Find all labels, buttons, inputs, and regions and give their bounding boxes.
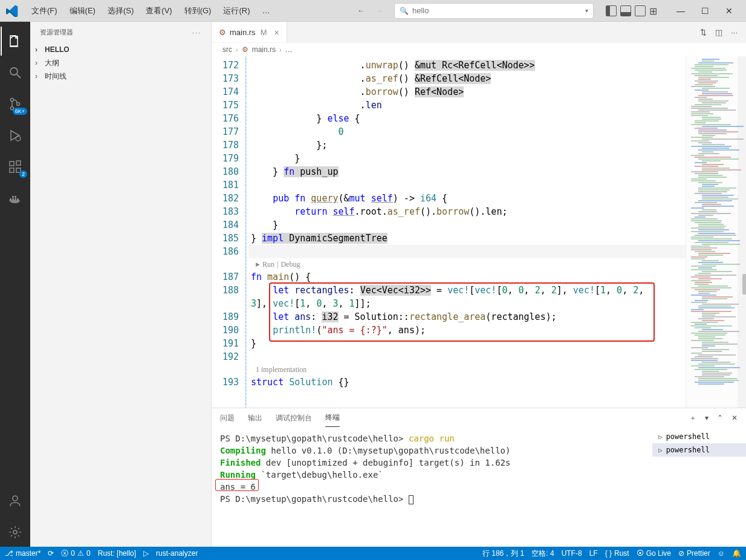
explorer-more-icon[interactable]: ··· — [192, 29, 201, 36]
menu-select[interactable]: 选择(S) — [103, 3, 138, 19]
status-run-icon[interactable]: ▷ — [143, 549, 149, 558]
terminal-output[interactable]: PS D:\mysetup\gopath\rustcode\hello> car… — [212, 428, 652, 547]
menu-file[interactable]: 文件(F) — [27, 3, 62, 19]
status-cursor-position[interactable]: 行 186，列 1 — [482, 549, 524, 559]
status-bar: ⎇master* ⟳ ⓧ0 ⚠0 Rust: [hello] ▷ rust-an… — [0, 547, 746, 560]
extensions-badge: 2 — [19, 171, 27, 178]
menu-run[interactable]: 运行(R) — [218, 3, 255, 19]
menu-goto[interactable]: 转到(G) — [180, 3, 216, 19]
prettier-icon: ⊘ — [678, 549, 684, 558]
codelens-implementations[interactable]: 1 implementation — [248, 363, 686, 376]
layout-customize-icon[interactable]: ⊞ — [649, 5, 660, 16]
command-center-search[interactable]: 🔍 hello ▾ — [394, 3, 594, 19]
svg-point-2 — [11, 99, 14, 102]
status-encoding[interactable]: UTF-8 — [562, 549, 582, 558]
search-text: hello — [412, 6, 429, 15]
status-language[interactable]: { }Rust — [605, 549, 629, 558]
status-problems[interactable]: ⓧ0 ⚠0 — [61, 549, 90, 559]
vscode-logo-icon — [5, 4, 19, 18]
close-panel-icon[interactable]: ✕ — [731, 414, 738, 422]
menu-more[interactable]: … — [257, 4, 274, 18]
svg-rect-9 — [16, 161, 21, 165]
svg-point-10 — [13, 496, 18, 501]
warning-icon: ⚠ — [77, 549, 84, 558]
tab-main-rs[interactable]: ⚙ main.rs M × — [212, 22, 287, 43]
activity-extensions-icon[interactable]: 2 — [1, 152, 30, 181]
activity-account-icon[interactable] — [1, 486, 30, 515]
folder-hello[interactable]: › HELLO — [30, 43, 211, 56]
code-content[interactable]: .unwrap() &mut Rc<RefCell<Node>> .as_ref… — [248, 56, 686, 408]
maximize-panel-icon[interactable]: ⌃ — [717, 414, 723, 422]
explorer-title: 资源管理器 — [40, 28, 73, 37]
minimap[interactable] — [686, 56, 746, 408]
minimap-viewport[interactable] — [742, 274, 746, 295]
panel-tab-problems[interactable]: 问题 — [220, 409, 235, 427]
status-eol[interactable]: LF — [589, 549, 598, 558]
compare-changes-icon[interactable]: ⇅ — [700, 28, 707, 37]
chevron-right-icon: › — [35, 59, 42, 67]
status-indentation[interactable]: 空格: 4 — [531, 549, 554, 559]
outline-section[interactable]: › 大纲 — [30, 56, 211, 70]
new-terminal-icon[interactable]: ＋ — [689, 413, 696, 423]
nav-forward-icon[interactable]: → — [372, 4, 386, 18]
more-actions-icon[interactable]: ··· — [731, 28, 738, 37]
nav-back-icon[interactable]: ← — [354, 4, 368, 18]
svg-line-1 — [17, 74, 21, 78]
chevron-down-icon: ▾ — [585, 7, 588, 14]
panel-tab-output[interactable]: 输出 — [248, 409, 262, 427]
status-feedback-icon[interactable]: ☺ — [718, 549, 725, 558]
terminal-dropdown-icon[interactable]: ▾ — [705, 414, 709, 422]
play-icon: ▶ — [256, 261, 260, 267]
timeline-section[interactable]: › 时间线 — [30, 70, 211, 83]
menu-view[interactable]: 查看(V) — [141, 3, 177, 19]
activity-settings-icon[interactable] — [1, 518, 30, 547]
codelens-run-debug[interactable]: ▶Run | Debug — [248, 258, 686, 270]
status-rust-project[interactable]: Rust: [hello] — [98, 549, 136, 558]
svg-point-11 — [13, 530, 17, 534]
activity-explorer-icon[interactable] — [1, 27, 30, 56]
menu-edit[interactable]: 编辑(E) — [65, 3, 100, 19]
svg-point-5 — [16, 136, 21, 141]
terminal-cursor — [409, 495, 414, 504]
status-sync-icon[interactable]: ⟳ — [48, 549, 54, 558]
search-icon: 🔍 — [400, 7, 409, 15]
activity-search-icon[interactable] — [1, 58, 30, 87]
source-control-badge: 6K+ — [13, 108, 27, 115]
terminal-list: ▷powershell ▷powershell — [652, 428, 746, 547]
activity-run-debug-icon[interactable] — [1, 121, 30, 150]
activity-source-control-icon[interactable]: 6K+ — [1, 90, 30, 119]
activity-docker-icon[interactable] — [1, 184, 30, 213]
svg-rect-6 — [10, 161, 14, 166]
close-icon[interactable]: × — [274, 28, 279, 37]
layout-right-icon[interactable] — [635, 5, 646, 16]
status-go-live[interactable]: ⦿Go Live — [637, 549, 671, 558]
status-rust-analyzer[interactable]: rust-analyzer — [156, 549, 198, 558]
code-editor[interactable]: 1721731741751761771781791801811821831841… — [212, 56, 746, 408]
svg-point-4 — [17, 103, 20, 106]
status-bell-icon[interactable]: 🔔 — [732, 549, 741, 558]
window-maximize-button[interactable]: ☐ — [693, 2, 717, 19]
terminal-icon: ▷ — [658, 433, 663, 441]
braces-icon: { } — [605, 549, 612, 558]
window-minimize-button[interactable]: — — [669, 2, 693, 19]
status-prettier[interactable]: ⊘Prettier — [678, 549, 710, 558]
chevron-right-icon: › — [35, 45, 42, 54]
broadcast-icon: ⦿ — [637, 549, 644, 558]
split-editor-icon[interactable]: ◫ — [715, 28, 722, 37]
bottom-panel: 问题 输出 调试控制台 终端 ＋ ▾ ⌃ ✕ PS D:\mysetup\gop… — [212, 408, 746, 547]
status-branch[interactable]: ⎇master* — [5, 549, 41, 558]
terminal-item[interactable]: ▷powershell — [652, 443, 746, 457]
explorer-sidebar: 资源管理器 ··· › HELLO › 大纲 › 时间线 — [30, 22, 212, 547]
terminal-item[interactable]: ▷powershell — [652, 430, 746, 443]
layout-left-icon[interactable] — [606, 5, 617, 16]
rust-file-icon: ⚙ — [242, 45, 248, 54]
rust-file-icon: ⚙ — [219, 28, 226, 37]
panel-tab-terminal[interactable]: 终端 — [325, 409, 340, 427]
svg-rect-7 — [10, 168, 14, 172]
title-bar: 文件(F) 编辑(E) 选择(S) 查看(V) 转到(G) 运行(R) … ← … — [0, 0, 746, 22]
panel-tab-debug-console[interactable]: 调试控制台 — [276, 409, 312, 427]
window-close-button[interactable]: ✕ — [717, 2, 741, 19]
error-icon: ⓧ — [61, 549, 68, 559]
layout-bottom-icon[interactable] — [620, 5, 631, 16]
breadcrumb[interactable]: src › ⚙ main.rs › … — [212, 43, 746, 56]
